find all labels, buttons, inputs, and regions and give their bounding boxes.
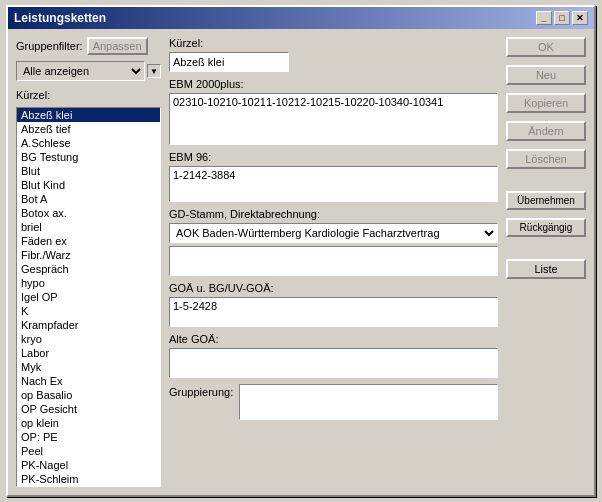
dropdown-arrow-icon: ▼ (147, 64, 161, 78)
list-item[interactable]: Igel OP (17, 290, 160, 304)
list-item[interactable]: OP Gesicht (17, 402, 160, 416)
alte-goa-label: Alte GOÄ: (169, 333, 498, 345)
window-title: Leistungsketten (14, 11, 106, 25)
gruppierung-input[interactable] (239, 384, 498, 420)
list-item[interactable]: Abzeß klei (17, 108, 160, 122)
minimize-button[interactable]: _ (536, 11, 552, 25)
title-bar: Leistungsketten _ □ ✕ (8, 7, 594, 29)
list-item[interactable]: Krampfader (17, 318, 160, 332)
loeschen-button[interactable]: Löschen (506, 149, 586, 169)
neu-button[interactable]: Neu (506, 65, 586, 85)
list-item[interactable]: Abzeß tief (17, 122, 160, 136)
list-item[interactable]: Labor (17, 346, 160, 360)
right-panel: OK Neu Kopieren Ändern Löschen Übernehme… (506, 37, 586, 487)
list-item[interactable]: K (17, 304, 160, 318)
alte-goa-input[interactable] (169, 348, 498, 378)
gd-stamm-select[interactable]: AOK Baden-Württemberg Kardiologie Fachar… (169, 223, 498, 243)
list-item[interactable]: Blut (17, 164, 160, 178)
list-item[interactable]: Fibr./Warz (17, 248, 160, 262)
title-bar-buttons: _ □ ✕ (536, 11, 588, 25)
maximize-button[interactable]: □ (554, 11, 570, 25)
alle-anzeigen-select[interactable]: Alle anzeigen (16, 61, 145, 81)
ebm2000-section: EBM 2000plus: (169, 78, 498, 145)
uebernehmen-button[interactable]: Übernehmen (506, 191, 586, 210)
gruppierung-label: Gruppierung: (169, 384, 233, 398)
list-item[interactable]: Nach Ex (17, 374, 160, 388)
goa-label: GOÄ u. BG/UV-GOÄ: (169, 282, 498, 294)
left-panel: Gruppenfilter: Anpassen Alle anzeigen ▼ … (16, 37, 161, 487)
list-item[interactable]: Fäden ex (17, 234, 160, 248)
anpassen-button[interactable]: Anpassen (87, 37, 148, 55)
rueckgaengig-button[interactable]: Rückgängig (506, 218, 586, 237)
main-window: Leistungsketten _ □ ✕ Gruppenfilter: Anp… (6, 5, 596, 497)
list-item[interactable]: op Basalio (17, 388, 160, 402)
list-item[interactable]: OP: PE (17, 430, 160, 444)
kuerzel-right-section: Kürzel: (169, 37, 498, 72)
goa-section: GOÄ u. BG/UV-GOÄ: (169, 282, 498, 327)
gruppenfilter-row: Gruppenfilter: Anpassen (16, 37, 161, 55)
list-item[interactable]: kryo (17, 332, 160, 346)
gd-stamm-textarea[interactable] (169, 246, 498, 276)
gd-stamm-label: GD-Stamm, Direktabrechnung: (169, 208, 498, 220)
alte-goa-section: Alte GOÄ: (169, 333, 498, 378)
window-body: Gruppenfilter: Anpassen Alle anzeigen ▼ … (8, 29, 594, 495)
ebm2000-label: EBM 2000plus: (169, 78, 498, 90)
list-item[interactable]: PK-Schleim (17, 472, 160, 486)
ebm96-section: EBM 96: (169, 151, 498, 202)
list-item[interactable]: op klein (17, 416, 160, 430)
kuerzel-left-label: Kürzel: (16, 89, 161, 101)
ebm2000-input[interactable] (169, 93, 498, 145)
alle-anzeigen-row: Alle anzeigen ▼ (16, 61, 161, 81)
list-item[interactable]: PK-Nagel (17, 458, 160, 472)
gruppierung-row: Gruppierung: (169, 384, 498, 420)
list-item[interactable]: Peel (17, 444, 160, 458)
list-item[interactable]: Blut Kind (17, 178, 160, 192)
gruppenfilter-label: Gruppenfilter: (16, 40, 83, 52)
list-item[interactable]: Bot A (17, 192, 160, 206)
list-item[interactable]: A.Schlese (17, 136, 160, 150)
kuerzel-right-label: Kürzel: (169, 37, 498, 49)
list-item[interactable]: Gespräch (17, 262, 160, 276)
list-item[interactable]: briel (17, 220, 160, 234)
ebm96-label: EBM 96: (169, 151, 498, 163)
middle-panel: Kürzel: EBM 2000plus: EBM 96: GD-Stamm, … (169, 37, 498, 487)
goa-input[interactable] (169, 297, 498, 327)
close-button[interactable]: ✕ (572, 11, 588, 25)
gd-stamm-section: GD-Stamm, Direktabrechnung: AOK Baden-Wü… (169, 208, 498, 276)
list-item[interactable]: hypo (17, 276, 160, 290)
list-item[interactable]: Myk (17, 360, 160, 374)
ok-button[interactable]: OK (506, 37, 586, 57)
kopieren-button[interactable]: Kopieren (506, 93, 586, 113)
list-container[interactable]: Abzeß kleiAbzeß tiefA.SchleseBG TestungB… (16, 107, 161, 487)
kuerzel-right-input[interactable] (169, 52, 289, 72)
list-item[interactable]: BG Testung (17, 150, 160, 164)
gd-stamm-combo: AOK Baden-Württemberg Kardiologie Fachar… (169, 223, 498, 243)
list-item[interactable]: Botox ax. (17, 206, 160, 220)
ebm96-input[interactable] (169, 166, 498, 202)
liste-button[interactable]: Liste (506, 259, 586, 279)
aendern-button[interactable]: Ändern (506, 121, 586, 141)
